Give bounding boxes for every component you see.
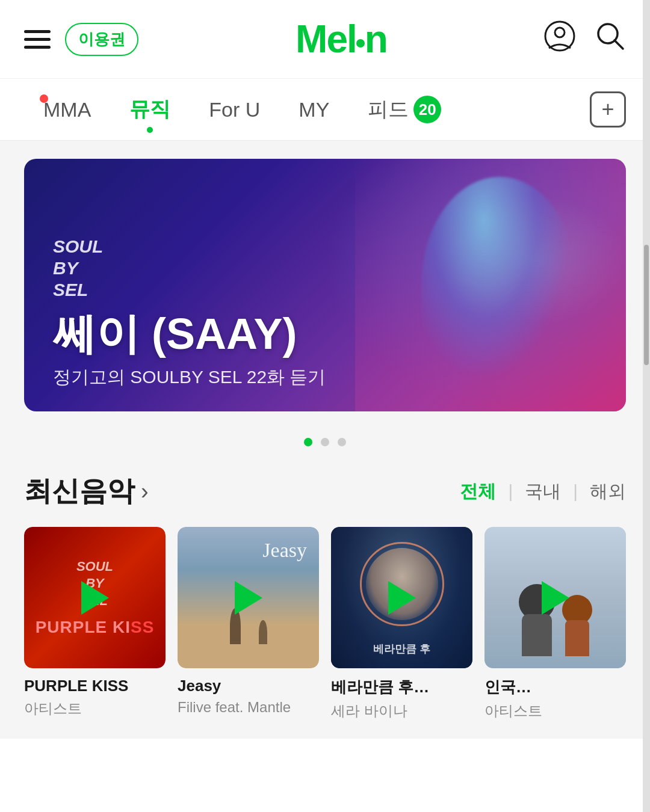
album-cover-4[interactable] — [484, 527, 626, 668]
album-item-1[interactable]: SOULBYSEL PURPLE KISS PURPLE KISS 아티스트 — [24, 527, 166, 721]
album-cover-1[interactable]: SOULBYSEL PURPLE KISS — [24, 527, 166, 668]
album-3-text: 베라만큼 후 — [331, 642, 472, 656]
section-arrow-icon: › — [141, 479, 149, 505]
album-title-2: Jeasy — [178, 677, 319, 695]
hamburger-menu-icon[interactable] — [24, 30, 51, 49]
album-cover-3[interactable]: 베라만큼 후 — [331, 527, 472, 668]
album-artist-1: 아티스트 — [24, 699, 166, 718]
nav-item-my[interactable]: MY — [279, 81, 348, 138]
navigation: MMA 뮤직 For U MY 피드 20 + — [0, 79, 650, 141]
banner-subtitle: 정기고의 SOULBY SEL 22화 듣기 — [53, 365, 597, 390]
album-title-4: 인국… — [484, 677, 626, 698]
svg-point-1 — [555, 28, 565, 37]
header: 이용권 Meln — [0, 0, 650, 79]
profile-icon[interactable] — [544, 20, 575, 58]
album-title-3: 베라만큼 후… — [331, 677, 472, 698]
logo: Meln — [296, 17, 387, 61]
filter-international[interactable]: 해외 — [590, 479, 626, 504]
header-left: 이용권 — [24, 23, 138, 56]
filter-divider-1: | — [508, 481, 513, 502]
filter-divider-2: | — [573, 481, 578, 502]
filter-all[interactable]: 전체 — [460, 479, 496, 504]
banner-section: SOULBYSEL 쎄이 (SAAY) 정기고의 SOULBY SEL 22화 … — [0, 141, 650, 423]
scrollbar[interactable] — [643, 0, 650, 812]
carousel-dots — [0, 423, 650, 461]
album-item-3[interactable]: 베라만큼 후 베라만큼 후… 세라 바이나 — [331, 527, 472, 721]
feed-badge: 피드 20 — [368, 96, 441, 123]
nav-item-foru[interactable]: For U — [190, 81, 279, 138]
logo-text: Mel — [296, 17, 356, 61]
play-triangle-icon-3 — [388, 581, 416, 615]
album-grid: SOULBYSEL PURPLE KISS PURPLE KISS 아티스트 J… — [24, 527, 626, 733]
nav-item-feed[interactable]: 피드 20 — [348, 79, 460, 140]
scrollbar-thumb[interactable] — [644, 245, 649, 365]
carousel-dot-3[interactable] — [338, 438, 346, 446]
play-button-4[interactable] — [534, 577, 577, 619]
banner[interactable]: SOULBYSEL 쎄이 (SAAY) 정기고의 SOULBY SEL 22화 … — [24, 159, 626, 411]
album-artist-2: Filive feat. Mantle — [178, 699, 319, 716]
nav-item-mma[interactable]: MMA — [24, 81, 110, 138]
logo-suffix: n — [365, 17, 387, 61]
play-triangle-icon-1 — [81, 581, 109, 615]
play-triangle-icon-2 — [235, 581, 262, 615]
play-triangle-icon-4 — [542, 581, 569, 615]
search-icon[interactable] — [595, 20, 626, 58]
section-title[interactable]: 최신음악 › — [24, 473, 149, 510]
feed-count-badge: 20 — [413, 96, 441, 123]
album-title-1: PURPLE KISS — [24, 677, 166, 695]
carousel-dot-1[interactable] — [304, 438, 312, 446]
banner-content: SOULBYSEL 쎄이 (SAAY) 정기고의 SOULBY SEL 22화 … — [24, 214, 626, 411]
latest-music-section: 최신음악 › 전체 | 국내 | 해외 SOULBYSEL PURPLE KIS… — [0, 461, 650, 739]
banner-logo-text: SOULBYSEL — [53, 236, 597, 301]
play-button-3[interactable] — [381, 577, 423, 619]
album-artist-3: 세라 바이나 — [331, 701, 472, 721]
section-header: 최신음악 › 전체 | 국내 | 해외 — [24, 473, 626, 510]
album-cover-2[interactable]: Jeasy — [178, 527, 319, 668]
nav-item-music[interactable]: 뮤직 — [110, 79, 190, 140]
header-right — [544, 20, 626, 58]
album-2-title-text: Jeasy — [262, 539, 307, 562]
album-1-brand-text: PURPLE KISS — [36, 618, 155, 637]
album-artist-4: 아티스트 — [484, 701, 626, 721]
filter-domestic[interactable]: 국내 — [525, 479, 561, 504]
carousel-dot-2[interactable] — [321, 438, 329, 446]
add-button[interactable]: + — [590, 91, 626, 128]
logo-dot-icon — [356, 39, 365, 48]
svg-line-3 — [614, 40, 623, 49]
section-filters: 전체 | 국내 | 해외 — [460, 479, 626, 504]
svg-point-0 — [545, 22, 574, 51]
play-button-1[interactable] — [74, 577, 116, 619]
subscription-button[interactable]: 이용권 — [65, 23, 138, 56]
album-item-2[interactable]: Jeasy Jeasy Filive feat. Mantle — [178, 527, 319, 721]
play-button-2[interactable] — [228, 577, 270, 619]
album-item-4[interactable]: 인국… 아티스트 — [484, 527, 626, 721]
banner-title: 쎄이 (SAAY) — [53, 310, 597, 358]
